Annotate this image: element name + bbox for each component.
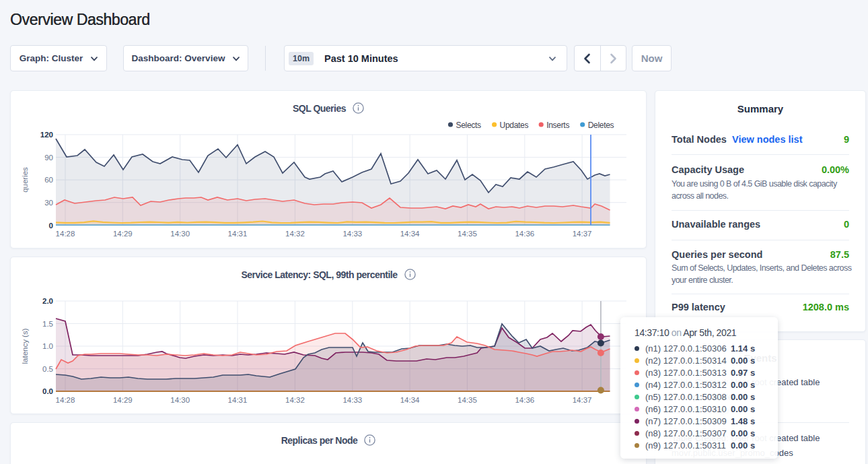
svg-text:14:31: 14:31 — [228, 230, 248, 238]
svg-text:14:32: 14:32 — [285, 396, 305, 404]
svg-text:14:30: 14:30 — [170, 396, 190, 404]
svg-text:14:34: 14:34 — [400, 396, 420, 404]
svg-text:Updates: Updates — [500, 121, 529, 130]
svg-text:14:34: 14:34 — [400, 230, 420, 238]
svg-text:0: 0 — [49, 222, 53, 230]
svg-text:14:30: 14:30 — [170, 230, 190, 238]
svg-text:14:35: 14:35 — [458, 396, 477, 404]
svg-text:14:31: 14:31 — [228, 396, 248, 404]
svg-text:14:29: 14:29 — [113, 396, 133, 404]
svg-text:14:33: 14:33 — [342, 230, 362, 238]
svg-text:Deletes: Deletes — [588, 121, 614, 130]
svg-text:30: 30 — [44, 199, 53, 207]
svg-text:1.0: 1.0 — [42, 342, 53, 350]
svg-text:1.5: 1.5 — [42, 320, 53, 328]
svg-text:60: 60 — [44, 176, 53, 184]
svg-text:latency (s): latency (s) — [21, 328, 29, 364]
svg-text:120: 120 — [40, 131, 53, 139]
svg-text:Selects: Selects — [456, 121, 482, 130]
svg-text:14:32: 14:32 — [285, 230, 305, 238]
svg-text:14:35: 14:35 — [458, 230, 477, 238]
svg-text:14:29: 14:29 — [113, 230, 133, 238]
svg-text:0.5: 0.5 — [42, 365, 53, 373]
svg-text:14:28: 14:28 — [56, 230, 75, 238]
svg-text:2.0: 2.0 — [42, 297, 53, 305]
svg-text:14:37: 14:37 — [573, 230, 592, 238]
svg-text:14:33: 14:33 — [342, 396, 362, 404]
svg-text:14:37: 14:37 — [573, 396, 592, 404]
svg-text:90: 90 — [44, 154, 53, 162]
svg-text:queries: queries — [21, 167, 29, 193]
svg-text:14:36: 14:36 — [515, 396, 534, 404]
svg-text:0.0: 0.0 — [42, 387, 53, 395]
svg-text:14:28: 14:28 — [56, 396, 75, 404]
svg-text:Inserts: Inserts — [546, 121, 569, 130]
svg-text:14:36: 14:36 — [515, 230, 534, 238]
